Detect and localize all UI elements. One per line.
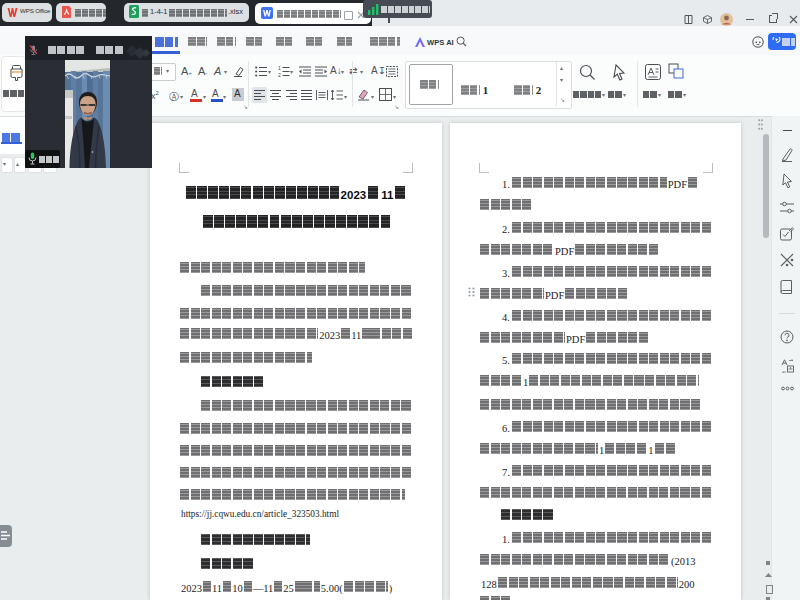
svg-text:1: 1 <box>278 66 281 71</box>
svg-text:2: 2 <box>278 72 281 77</box>
